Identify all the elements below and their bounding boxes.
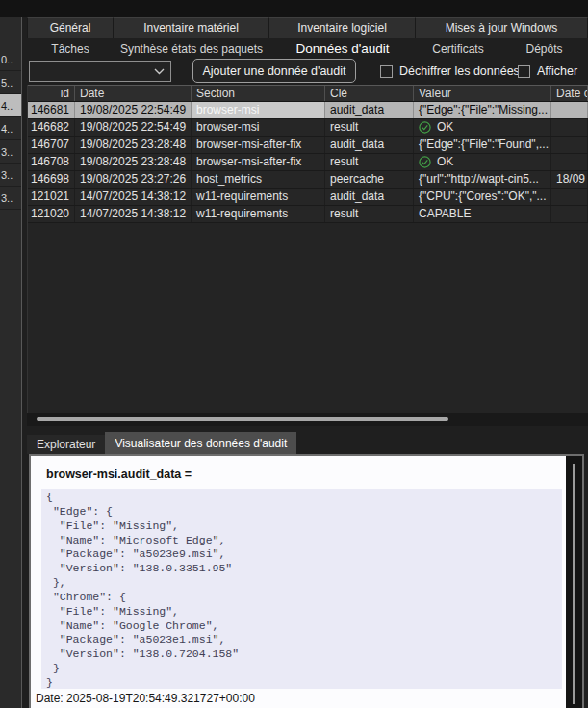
audit-filter-select[interactable] — [29, 61, 171, 82]
tab-donnees-audit[interactable]: Données d'audit — [269, 38, 416, 59]
add-audit-button[interactable]: Ajouter une donnée d'audit — [192, 59, 356, 83]
app-window: 0.. 5.. 4.. 4.. 3.. 3.. 3.. Général Inve… — [0, 0, 588, 708]
cell-id[interactable]: 146698 — [28, 171, 75, 188]
cell-id[interactable]: 146682 — [28, 119, 75, 136]
column-header-date[interactable]: Date — [75, 86, 192, 101]
cell-id[interactable]: 121021 — [28, 189, 75, 205]
cell-section[interactable]: browser-msi-after-fix — [192, 137, 325, 153]
column-header-cle[interactable]: Clé — [325, 86, 414, 101]
audit-table: id Date Section Clé Valeur Date c 146681… — [27, 85, 588, 413]
cell-id[interactable]: 146707 — [28, 137, 75, 153]
cell-date-c[interactable] — [551, 206, 588, 222]
cell-date-c[interactable] — [551, 119, 588, 136]
cell-section[interactable]: w11-requirements — [192, 189, 325, 205]
cell-date[interactable]: 19/08/2025 22:54:49 — [75, 119, 192, 136]
cell-section[interactable]: browser-msi — [192, 102, 325, 118]
cell-id[interactable]: 146708 — [28, 154, 75, 170]
cell-id[interactable]: 121020 — [28, 206, 75, 222]
viewer-tab-strip: Explorateur Visualisateur des données d'… — [27, 432, 296, 454]
table-row[interactable]: 146682 19/08/2025 22:54:49 browser-msi r… — [28, 119, 588, 137]
cell-id[interactable]: 146681 — [28, 102, 75, 118]
cell-key[interactable]: peercache — [325, 171, 414, 188]
cell-section[interactable]: host_metrics — [192, 171, 325, 188]
cell-section[interactable]: browser-msi-after-fix — [192, 154, 325, 170]
tab-visualisateur[interactable]: Visualisateur des données d'audit — [105, 432, 296, 454]
viewer-scroll-thumb[interactable] — [573, 464, 575, 704]
decrypt-checkbox-group: Déchiffrer les données — [380, 61, 520, 82]
cell-value[interactable]: {"url":"http://wapt-cin5... — [414, 171, 551, 188]
cell-date[interactable]: 19/08/2025 23:28:48 — [75, 154, 192, 170]
cell-date[interactable]: 19/08/2025 23:28:48 — [75, 137, 192, 153]
tab-strip-row2: Tâches Synthèse états des paquets Donnée… — [27, 38, 588, 59]
ok-check-icon — [419, 156, 431, 168]
window-top-strip — [0, 0, 588, 17]
tab-taches[interactable]: Tâches — [27, 38, 114, 59]
cell-key[interactable]: result — [325, 154, 414, 170]
cell-value[interactable]: OK — [414, 119, 551, 136]
viewer-scrollbar[interactable] — [566, 456, 582, 708]
cell-value[interactable]: {"Edge":{"File":"Missing... — [414, 102, 551, 118]
tab-certificats[interactable]: Certificats — [416, 38, 500, 59]
cell-section[interactable]: w11-requirements — [192, 206, 325, 222]
column-header-valeur[interactable]: Valeur — [414, 86, 551, 101]
table-row[interactable]: 121021 14/07/2025 14:38:12 w11-requireme… — [28, 189, 588, 206]
tab-mises-a-jour[interactable]: Mises à jour Windows — [416, 17, 588, 38]
column-header-id[interactable]: id — [28, 86, 75, 101]
tab-explorateur[interactable]: Explorateur — [27, 435, 105, 454]
cell-value[interactable]: OK — [414, 154, 551, 170]
host-list-edge: 0.. 5.. 4.. 4.. 3.. 3.. 3.. — [0, 17, 21, 708]
cell-date-c[interactable] — [551, 154, 588, 170]
show-checkbox-label: Afficher — [537, 64, 577, 78]
show-checkbox[interactable] — [518, 65, 530, 78]
horizontal-scrollbar[interactable] — [27, 413, 588, 426]
cell-date-c[interactable] — [551, 102, 588, 118]
column-header-section[interactable]: Section — [192, 86, 325, 101]
cell-date-c[interactable]: 18/09 — [551, 171, 588, 188]
host-list-item[interactable]: 0.. — [0, 48, 21, 71]
tab-inventaire-materiel[interactable]: Inventaire matériel — [114, 17, 269, 38]
tab-synthese[interactable]: Synthèse états des paquets — [114, 38, 269, 59]
decrypt-checkbox[interactable] — [380, 65, 393, 78]
cell-date[interactable]: 19/08/2025 22:54:49 — [75, 102, 192, 118]
cell-date-c[interactable] — [551, 189, 588, 205]
cell-key[interactable]: result — [325, 119, 414, 136]
host-list-item[interactable]: 3.. — [0, 187, 21, 210]
audit-json-text: { "Edge": { "File": "Missing", "Name": "… — [41, 489, 562, 689]
tab-inventaire-logiciel[interactable]: Inventaire logiciel — [269, 17, 416, 38]
cell-value-text: OK — [437, 119, 453, 136]
cell-date[interactable]: 14/07/2025 14:38:12 — [75, 189, 192, 205]
chevron-down-icon — [154, 68, 165, 75]
host-list-item[interactable]: 5.. — [0, 71, 21, 94]
table-row[interactable]: 146698 19/08/2025 23:27:26 host_metrics … — [28, 171, 588, 189]
host-list-item[interactable]: 3.. — [0, 140, 21, 164]
table-row[interactable]: 146707 19/08/2025 23:28:48 browser-msi-a… — [28, 137, 588, 154]
host-list-item[interactable]: 3.. — [0, 164, 21, 187]
audit-entry-title: browser-msi.audit_data = — [46, 468, 192, 481]
cell-key[interactable]: result — [325, 206, 414, 222]
cell-date[interactable]: 19/08/2025 23:27:26 — [75, 171, 192, 188]
cell-date[interactable]: 14/07/2025 14:38:12 — [75, 206, 192, 222]
tab-depots[interactable]: Dépôts — [500, 38, 588, 59]
show-checkbox-group: Afficher — [518, 61, 577, 82]
cell-section[interactable]: browser-msi — [192, 119, 325, 136]
cell-value[interactable]: CAPABLE — [414, 206, 551, 222]
cell-key[interactable]: audit_data — [325, 137, 414, 153]
host-list-item-selected[interactable]: 4.. — [0, 94, 21, 117]
hscroll-thumb[interactable] — [37, 417, 448, 421]
audit-date-line: Date: 2025-08-19T20:54:49.321727+00:00 — [36, 692, 255, 705]
cell-value[interactable]: {"Edge":{"File":"Found",... — [414, 137, 551, 153]
cell-date-c[interactable] — [551, 137, 588, 153]
table-row[interactable]: 146681 19/08/2025 22:54:49 browser-msi a… — [28, 102, 588, 119]
table-row[interactable]: 121020 14/07/2025 14:38:12 w11-requireme… — [28, 206, 588, 223]
table-row[interactable]: 146708 19/08/2025 23:28:48 browser-msi-a… — [28, 154, 588, 171]
audit-viewer-panel: browser-msi.audit_data = { "Edge": { "Fi… — [29, 454, 584, 708]
panel-splitter[interactable] — [21, 17, 22, 708]
cell-key[interactable]: audit_data — [325, 189, 414, 205]
host-list-item[interactable]: 4.. — [0, 117, 21, 140]
decrypt-checkbox-label: Déchiffrer les données — [399, 64, 520, 78]
cell-key[interactable]: audit_data — [325, 102, 414, 118]
audit-json-view: { "Edge": { "File": "Missing", "Name": "… — [41, 489, 562, 689]
cell-value[interactable]: {"CPU":{"Cores":"OK","... — [414, 189, 551, 205]
column-header-date-c[interactable]: Date c — [551, 86, 588, 101]
tab-general[interactable]: Général — [27, 17, 114, 38]
